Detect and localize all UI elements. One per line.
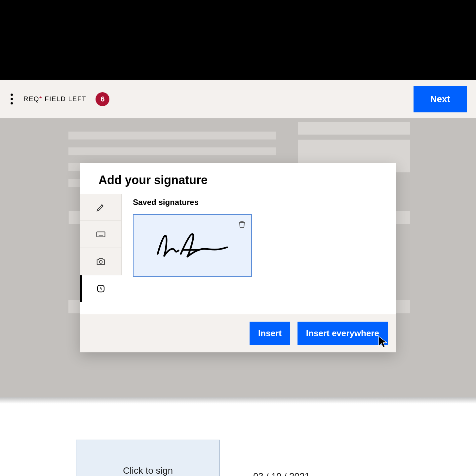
modal-content: Saved signatures: [122, 194, 396, 314]
toolbar: REQ* FIELD LEFT 6 Next: [0, 80, 476, 118]
content-bottom-shadow: [0, 397, 476, 404]
next-button[interactable]: Next: [414, 86, 467, 112]
tab-image[interactable]: [80, 248, 122, 275]
saved-signature-card[interactable]: [133, 214, 252, 277]
modal-footer: Insert Insert everywhere: [80, 314, 396, 352]
required-count-badge: 6: [96, 92, 109, 106]
text-placeholder: [68, 132, 276, 139]
top-black-bar: [0, 0, 476, 80]
camera-icon: [96, 257, 106, 266]
field-placeholder: [298, 122, 410, 135]
insert-button[interactable]: Insert: [250, 322, 290, 345]
delete-signature-button[interactable]: [237, 219, 247, 231]
signature-placeholder-label: Click to sign: [123, 465, 173, 476]
svg-point-6: [99, 260, 102, 263]
kebab-menu-icon[interactable]: [9, 92, 14, 106]
app-stage: REQ* FIELD LEFT 6 Next Click to sign 03 …: [0, 0, 476, 476]
svg-rect-0: [97, 232, 105, 237]
modal-body: Saved signatures: [80, 194, 396, 314]
clock-icon: [96, 284, 106, 294]
date-value: 03 / 10 / 2021: [253, 471, 310, 476]
trash-icon: [237, 219, 247, 229]
tab-type[interactable]: [80, 221, 122, 248]
tab-draw[interactable]: [80, 194, 122, 221]
modal-tab-column: [80, 194, 122, 314]
toolbar-left: REQ* FIELD LEFT 6: [9, 92, 109, 106]
keyboard-icon: [96, 229, 106, 239]
modal-title: Add your signature: [80, 163, 396, 194]
signature-preview: [149, 231, 235, 260]
saved-signatures-heading: Saved signatures: [133, 198, 384, 207]
signature-field[interactable]: Click to sign: [76, 440, 220, 476]
pencil-icon: [96, 202, 106, 212]
signature-modal: Add your signature Saved signatures: [80, 163, 396, 352]
text-placeholder: [68, 147, 276, 155]
required-fields-label: REQ* FIELD LEFT: [23, 95, 86, 103]
tab-saved[interactable]: [80, 275, 122, 302]
insert-everywhere-button[interactable]: Insert everywhere: [298, 322, 388, 345]
